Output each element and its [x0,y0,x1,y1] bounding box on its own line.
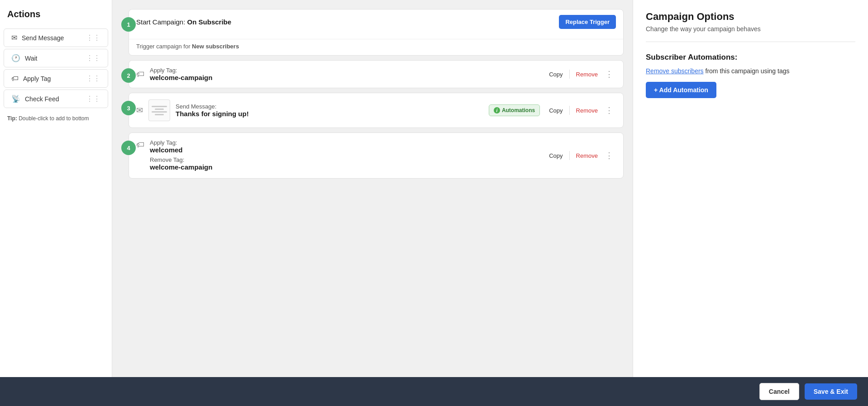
tip-text: Tip: Double-click to add to bottom [0,110,112,127]
step-2-number: 2 [121,68,136,83]
sidebar-item-check-feed[interactable]: 📡 Check Feed ⋮⋮ [4,90,108,108]
preview-line-1 [152,106,167,107]
step-3-number: 3 [121,101,136,115]
drag-handle-check-feed: ⋮⋮ [86,94,100,103]
step-2-remove-button[interactable]: Remove [572,69,602,80]
right-panel: Campaign Options Change the way your cam… [633,0,868,377]
step-3-remove-button[interactable]: Remove [572,105,602,116]
trigger-text: Start Campaign: On Subscribe [136,18,231,26]
save-exit-button[interactable]: Save & Exit [805,383,857,400]
step-4-remove-button[interactable]: Remove [572,151,602,161]
envelope-step-icon: ✉ [136,105,143,115]
sidebar: Actions ✉ Send Message ⋮⋮ 🕐 Wait ⋮⋮ 🏷 Ap… [0,0,112,377]
clock-icon: 🕐 [11,54,20,62]
step-1-number: 1 [121,17,136,32]
step-2-card: 🏷 Apply Tag: welcome-campaign Copy Remov… [129,60,624,88]
divider-4 [569,151,570,160]
automations-section-title: Subscriber Automations: [646,53,855,62]
drag-handle-apply-tag: ⋮⋮ [86,74,100,83]
feed-icon: 📡 [11,94,20,103]
info-circle-icon: i [494,107,500,113]
footer: Cancel Save & Exit [0,377,868,406]
divider [569,70,570,79]
step-4-actions: Copy Remove ⋮ [544,149,616,162]
action-label-send-message: Send Message [22,34,64,42]
automations-desc-post: from this campaign using tags [704,67,790,75]
step-3-copy-button[interactable]: Copy [544,105,567,116]
sidebar-item-apply-tag[interactable]: 🏷 Apply Tag ⋮⋮ [4,69,108,88]
action-label-wait: Wait [25,55,37,62]
panel-title: Campaign Options [646,11,855,23]
envelope-icon: ✉ [11,33,17,42]
step-3-card: ✉ Send Message: Thanks for signing up! i [129,93,624,128]
step-4-more-button[interactable]: ⋮ [602,149,616,162]
step-4-wrapper: 4 🏷 Apply Tag: welcomed Remove Tag: welc… [121,132,624,179]
preview-line-4 [155,114,164,115]
action-label-apply-tag: Apply Tag [23,75,51,82]
step-2-type-label: Apply Tag: [150,67,539,74]
preview-line-2 [155,109,164,110]
step-2-content: Apply Tag: welcome-campaign [150,67,539,81]
step-3-type-label: Send Message: [176,103,483,110]
step-2-more-button[interactable]: ⋮ [602,67,616,81]
add-automation-button[interactable]: + Add Automation [646,82,716,98]
step-4-apply-name: welcomed [150,146,539,154]
step-3-message-name: Thanks for signing up! [176,110,483,118]
tag-multi-icon: 🏷 [136,140,144,150]
step-1-wrapper: 1 Start Campaign: On Subscribe Replace T… [121,9,624,56]
sidebar-item-send-message[interactable]: ✉ Send Message ⋮⋮ [4,28,108,47]
step-4-remove-tag-name: welcome-campaign [150,163,539,171]
step-2-wrapper: 2 🏷 Apply Tag: welcome-campaign Copy Rem… [121,60,624,88]
step-2-actions: Copy Remove ⋮ [544,67,616,81]
panel-divider [646,42,855,42]
content-area: 1 Start Campaign: On Subscribe Replace T… [112,0,633,377]
step-3-more-button[interactable]: ⋮ [602,104,616,117]
step-1-card: Start Campaign: On Subscribe Replace Tri… [129,9,624,56]
step-3-content: Send Message: Thanks for signing up! [176,103,483,118]
trigger-sub-text: Trigger campaign for New subscribers [129,39,623,55]
step-4-card: 🏷 Apply Tag: welcomed Remove Tag: welcom… [129,132,624,179]
tag-icon: 🏷 [11,75,19,83]
sidebar-title: Actions [0,9,112,27]
divider-3 [569,106,570,115]
step-2-tag-name: welcome-campaign [150,74,539,81]
preview-line-3 [152,111,167,113]
automations-label: Automations [502,107,535,113]
step-4-remove-tag-label: Remove Tag: [150,156,539,163]
automations-desc: Remove subscribers from this campaign us… [646,67,855,75]
step-4-content: Apply Tag: welcomed Remove Tag: welcome-… [150,139,539,172]
sidebar-item-wait[interactable]: 🕐 Wait ⋮⋮ [4,49,108,67]
step-3-actions: i Automations Copy Remove ⋮ [489,104,616,117]
trigger-sub-bold: New subscribers [192,43,239,50]
step-4-apply-label: Apply Tag: [150,139,539,146]
remove-subscribers-link[interactable]: Remove subscribers [646,67,704,75]
message-preview [148,99,170,121]
drag-handle: ⋮⋮ [86,33,100,42]
step-3-wrapper: 3 ✉ Send Message: Thanks for signing up! [121,93,624,128]
automations-badge[interactable]: i Automations [489,104,540,116]
drag-handle-wait: ⋮⋮ [86,54,100,62]
trigger-name: On Subscribe [187,18,232,26]
cancel-button[interactable]: Cancel [759,383,799,400]
panel-subtitle: Change the way your campaign behaves [646,25,855,33]
step-2-copy-button[interactable]: Copy [544,69,567,80]
action-label-check-feed: Check Feed [25,95,59,103]
replace-trigger-button[interactable]: Replace Trigger [559,15,616,29]
step-4-copy-button[interactable]: Copy [544,151,567,161]
tag-step-icon: 🏷 [136,70,144,79]
step-4-number: 4 [121,141,136,155]
